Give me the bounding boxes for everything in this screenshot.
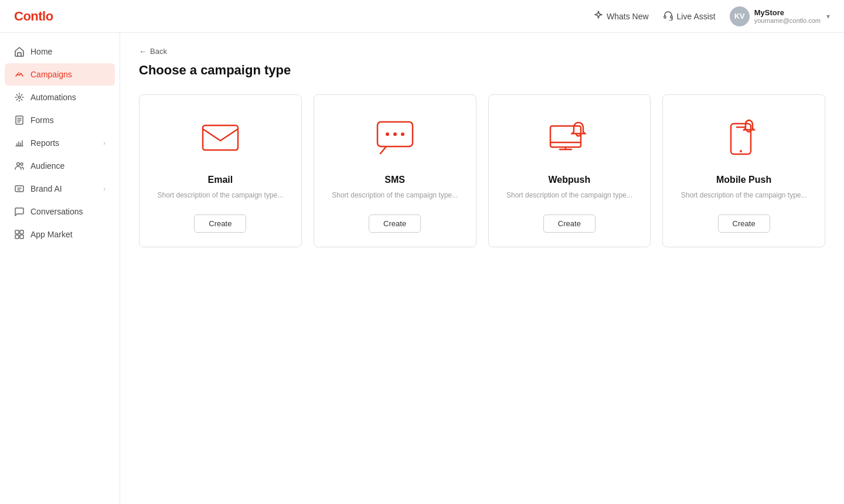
svg-point-14 — [393, 132, 397, 136]
whats-new-button[interactable]: Whats New — [594, 11, 649, 22]
user-info: MyStore yourname@contlo.com — [754, 8, 821, 24]
svg-point-5 — [21, 163, 23, 165]
sidebar-item-brand-ai[interactable]: Brand AI › — [5, 178, 115, 200]
user-name: MyStore — [754, 8, 821, 17]
sidebar-automations-label: Automations — [30, 93, 76, 102]
avatar: KV — [730, 6, 750, 26]
sidebar-item-campaigns[interactable]: Campaigns — [5, 63, 115, 86]
webpush-icon-wrap — [546, 114, 593, 161]
sidebar-brand-ai-label: Brand AI — [30, 184, 62, 193]
home-icon — [14, 46, 25, 57]
sidebar-home-label: Home — [30, 47, 52, 56]
sidebar-item-audience[interactable]: Audience — [5, 155, 115, 177]
spark-icon — [594, 11, 603, 22]
chevron-right-icon: › — [103, 139, 106, 147]
sidebar-audience-label: Audience — [30, 161, 64, 171]
sidebar-item-home[interactable]: Home — [5, 40, 115, 63]
user-menu[interactable]: KV MyStore yourname@contlo.com ▾ — [730, 6, 830, 26]
campaign-types-grid: Email Short description of the campaign … — [139, 94, 825, 247]
svg-rect-8 — [20, 230, 23, 234]
webpush-create-button[interactable]: Create — [543, 214, 595, 233]
audience-icon — [14, 161, 25, 171]
email-title: Email — [208, 175, 233, 185]
svg-point-4 — [17, 163, 20, 166]
mobile-push-desc: Short description of the campaign type..… — [681, 190, 807, 200]
user-email: yourname@contlo.com — [754, 17, 821, 24]
webpush-desc: Short description of the campaign type..… — [506, 190, 632, 200]
campaign-card-sms[interactable]: SMS Short description of the campaign ty… — [314, 94, 477, 247]
main-layout: Home Campaigns Automations — [0, 33, 844, 504]
sidebar-campaigns-label: Campaigns — [30, 70, 72, 79]
whats-new-label: Whats New — [607, 12, 649, 21]
email-icon-wrap — [197, 114, 244, 161]
svg-rect-17 — [731, 124, 751, 154]
chevron-right-icon-brand: › — [103, 185, 106, 192]
header-right: Whats New Live Assist KV MyStore yournam… — [594, 6, 830, 26]
mobile-push-title: Mobile Push — [716, 175, 771, 185]
email-create-button[interactable]: Create — [194, 214, 246, 233]
app-header: Contlo Whats New Live Assist KV — [0, 0, 844, 33]
svg-rect-9 — [15, 235, 19, 239]
back-arrow-icon: ← — [139, 47, 147, 56]
sidebar-item-automations[interactable]: Automations — [5, 86, 115, 108]
svg-point-18 — [740, 150, 742, 152]
sidebar-conversations-label: Conversations — [30, 207, 83, 216]
sidebar-forms-label: Forms — [30, 115, 54, 125]
svg-rect-11 — [203, 125, 238, 150]
sidebar-item-conversations[interactable]: Conversations — [5, 200, 115, 223]
automations-icon — [14, 92, 25, 103]
forms-icon — [14, 115, 25, 125]
conversations-icon — [14, 206, 25, 217]
campaign-card-mobile-push[interactable]: Mobile Push Short description of the cam… — [662, 94, 825, 247]
sms-icon-wrap — [372, 114, 418, 161]
app-logo[interactable]: Contlo — [14, 9, 53, 24]
sidebar-reports-label: Reports — [30, 138, 59, 148]
sms-desc: Short description of the campaign type..… — [332, 190, 458, 200]
sidebar-app-market-label: App Market — [30, 230, 73, 239]
live-assist-button[interactable]: Live Assist — [663, 10, 716, 22]
sidebar: Home Campaigns Automations — [0, 33, 120, 504]
svg-point-13 — [386, 132, 389, 136]
email-desc: Short description of the campaign type..… — [157, 190, 283, 200]
sms-create-button[interactable]: Create — [369, 214, 421, 233]
live-assist-label: Live Assist — [677, 12, 716, 21]
brand-ai-icon — [14, 183, 25, 194]
main-content: ← Back Choose a campaign type Email Shor… — [120, 33, 844, 504]
campaigns-icon — [14, 69, 25, 80]
svg-rect-10 — [20, 235, 23, 239]
sms-title: SMS — [384, 175, 405, 185]
svg-rect-6 — [15, 186, 23, 192]
svg-point-2 — [18, 96, 21, 98]
svg-rect-7 — [15, 230, 19, 234]
headset-icon — [663, 10, 673, 22]
svg-point-15 — [401, 132, 404, 136]
mobile-push-create-button[interactable]: Create — [718, 214, 770, 233]
app-market-icon — [14, 229, 25, 240]
reports-icon — [14, 138, 25, 148]
svg-rect-16 — [550, 126, 581, 147]
campaign-card-email[interactable]: Email Short description of the campaign … — [139, 94, 302, 247]
webpush-title: Webpush — [549, 175, 591, 185]
sidebar-item-reports[interactable]: Reports › — [5, 132, 115, 154]
sidebar-item-forms[interactable]: Forms — [5, 109, 115, 131]
chevron-down-icon: ▾ — [826, 12, 830, 21]
back-label: Back — [150, 47, 167, 56]
mobile-push-icon-wrap — [720, 114, 767, 161]
page-title: Choose a campaign type — [139, 63, 825, 78]
back-link[interactable]: ← Back — [139, 47, 825, 56]
sidebar-item-app-market[interactable]: App Market — [5, 223, 115, 246]
svg-rect-0 — [664, 16, 666, 18]
campaign-card-webpush[interactable]: Webpush Short description of the campaig… — [488, 94, 651, 247]
